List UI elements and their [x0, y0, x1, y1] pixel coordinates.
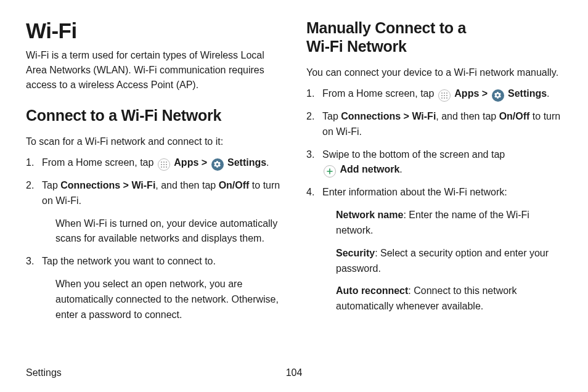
lead-text: To scan for a Wi-Fi network and connect …: [26, 134, 282, 149]
svg-point-12: [441, 95, 443, 96]
step-post: .: [547, 88, 549, 99]
caret: >: [401, 111, 412, 121]
field-label: Security: [336, 248, 375, 258]
steps-list: From a Home screen, tap Apps > Settings.…: [306, 86, 562, 314]
heading-line-2: Wi-Fi Network: [306, 38, 407, 55]
add-network-label: Add network: [340, 164, 399, 174]
step-item: Tap the network you want to connect to. …: [26, 254, 282, 322]
step-text: From a Home screen, tap: [42, 157, 157, 168]
settings-label: Settings: [508, 88, 547, 99]
step-item: Tap Connections > Wi-Fi, and then tap On…: [306, 109, 562, 140]
svg-point-14: [446, 95, 447, 96]
step-text: Enter information about the Wi-Fi networ…: [322, 187, 507, 197]
step-mid: , and then tap: [436, 111, 499, 121]
apps-label: Apps: [174, 157, 198, 168]
settings-label: Settings: [227, 157, 266, 168]
sub-field: Auto reconnect: Connect to this network …: [336, 284, 562, 314]
step-text: Tap: [42, 180, 60, 190]
svg-point-13: [444, 95, 445, 96]
field-label: Network name: [336, 210, 403, 220]
svg-point-16: [444, 97, 445, 99]
step-mid: , and then tap: [155, 180, 218, 190]
svg-point-8: [166, 166, 167, 168]
step-item: From a Home screen, tap Apps > Settings.: [306, 86, 562, 102]
sub-note: When Wi-Fi is turned on, your device aut…: [55, 216, 282, 247]
caret: >: [198, 157, 210, 168]
svg-point-17: [446, 97, 447, 99]
svg-point-4: [163, 164, 165, 165]
svg-point-15: [441, 97, 443, 99]
svg-point-2: [166, 161, 167, 163]
caret: >: [120, 180, 131, 190]
right-column: Manually Connect to a Wi-Fi Network You …: [306, 18, 562, 330]
page-footer: Settings 104: [26, 367, 562, 378]
svg-point-3: [161, 164, 162, 165]
step-item: Swipe to the bottom of the screen and ta…: [306, 147, 562, 178]
onoff-label: On/Off: [219, 180, 250, 190]
step-item: From a Home screen, tap Apps > Settings.: [26, 155, 282, 171]
wifi-label: Wi-Fi: [412, 111, 436, 121]
sub-note: When you select an open network, you are…: [55, 277, 282, 322]
steps-list: From a Home screen, tap Apps > Settings.…: [26, 155, 282, 322]
onoff-label: On/Off: [499, 111, 530, 121]
step-post: .: [266, 157, 269, 168]
apps-label: Apps: [454, 88, 479, 99]
svg-point-0: [161, 161, 162, 163]
step-post: .: [399, 164, 402, 174]
connections-label: Connections: [341, 111, 401, 121]
apps-icon: [438, 89, 451, 102]
caret: >: [479, 88, 490, 99]
svg-point-7: [163, 166, 165, 168]
section-heading-connect: Connect to a Wi-Fi Network: [26, 106, 282, 125]
svg-point-10: [444, 92, 445, 94]
step-item: Tap Connections > Wi-Fi, and then tap On…: [26, 178, 282, 247]
step-text: Tap the network you want to connect to.: [42, 256, 216, 266]
apps-icon: [158, 158, 170, 171]
sub-field: Network name: Enter the name of the Wi-F…: [336, 208, 562, 239]
heading-line-1: Manually Connect to a: [306, 19, 466, 36]
connections-label: Connections: [60, 180, 120, 190]
svg-point-9: [441, 92, 443, 94]
step-text: Tap: [322, 111, 341, 121]
intro-paragraph: Wi-Fi is a term used for certain types o…: [26, 48, 282, 92]
sub-field: Security: Select a security option and e…: [336, 246, 562, 277]
svg-point-5: [166, 164, 167, 165]
left-column: Wi-Fi Wi-Fi is a term used for certain t…: [26, 18, 282, 330]
settings-icon: [211, 158, 224, 171]
section-heading-manual: Manually Connect to a Wi-Fi Network: [306, 18, 562, 55]
settings-icon: [492, 89, 504, 102]
two-column-layout: Wi-Fi Wi-Fi is a term used for certain t…: [26, 18, 562, 330]
step-item: Enter information about the Wi-Fi networ…: [306, 185, 562, 314]
footer-section: Settings: [26, 367, 62, 378]
field-label: Auto reconnect: [336, 285, 408, 296]
step-text: Swipe to the bottom of the screen and ta…: [322, 149, 505, 160]
add-icon: [324, 165, 336, 178]
svg-point-6: [161, 166, 162, 168]
svg-point-1: [163, 161, 165, 163]
wifi-label: Wi-Fi: [131, 180, 155, 190]
svg-point-11: [446, 92, 447, 94]
lead-text: You can connect your device to a Wi-Fi n…: [306, 65, 562, 80]
step-text: From a Home screen, tap: [322, 88, 437, 99]
page-title: Wi-Fi: [26, 18, 282, 43]
page-number: 104: [286, 367, 303, 378]
